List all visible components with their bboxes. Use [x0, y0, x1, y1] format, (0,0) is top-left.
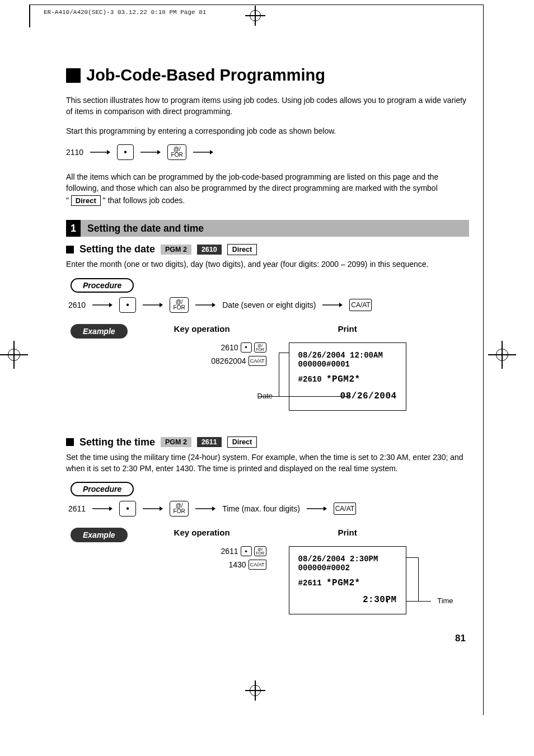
caat-key: CA/AT	[334, 503, 356, 515]
section-title: Setting the date and time	[81, 220, 469, 237]
at-for-key-top: @/	[257, 547, 263, 551]
key-code-text: 2611	[221, 547, 238, 556]
date-procedure-label-row: Procedure	[71, 278, 469, 293]
svg-marker-13	[339, 303, 343, 307]
caat-key: CA/AT	[349, 299, 372, 311]
time-example-row: Example Key operation Print 2611 • @/ FO…	[71, 528, 469, 614]
key-code-text: 08262004	[211, 356, 246, 365]
intro-paragraph-3b-row: " Direct " that follows job codes.	[66, 195, 469, 206]
time-receipt: 08/26/2004 2:30PM 000000#0002 #2611 *PGM…	[289, 546, 406, 614]
receipt-line-2: 000000#0001	[298, 360, 397, 369]
print-header: Print	[266, 324, 429, 334]
registration-mark-left	[0, 341, 28, 369]
time-receipt-block: 08/26/2004 2:30PM 000000#0002 #2611 *PGM…	[289, 546, 406, 614]
arrow-right-icon	[143, 302, 163, 308]
date-example-column-headers: Key operation Print	[138, 324, 469, 334]
time-procedure-label-row: Procedure	[71, 482, 469, 496]
section-number: 1	[66, 220, 81, 237]
svg-marker-11	[212, 303, 216, 307]
svg-marker-1	[107, 150, 110, 154]
intro-paragraph-2: Start this programming by entering a cor…	[66, 125, 469, 137]
at-for-key-bot: FOR	[174, 305, 185, 311]
date-explanation: Enter the month (one or two digits), day…	[66, 259, 469, 270]
intro-paragraph-3a: All the items which can be programmed by…	[66, 171, 469, 194]
receipt-line-3: #2610 *PGM2*	[298, 374, 397, 384]
dot-key: •	[119, 297, 136, 313]
example-pill: Example	[71, 324, 128, 339]
arrow-right-icon	[195, 302, 216, 308]
receipt-pgm2: *PGM2*	[326, 578, 360, 588]
subheading-square-icon	[66, 438, 74, 446]
receipt-line-4: 2:30PM	[298, 595, 397, 605]
chip-code-2610: 2610	[197, 245, 222, 255]
top-key-sequence: 2110 • @/ FOR	[66, 144, 469, 160]
svg-marker-9	[160, 303, 163, 307]
date-receipt: 08/26/2004 12:00AM 000000#0001 #2610 *PG…	[289, 342, 406, 411]
caat-key-small: CA/AT	[249, 356, 266, 366]
dot-key-small: •	[241, 342, 252, 353]
dot-key: •	[119, 501, 136, 516]
at-for-key: @/ FOR	[167, 144, 186, 160]
arrow-right-icon	[193, 149, 213, 155]
at-for-key-small: @/ FOR	[254, 546, 266, 556]
at-for-key-top: @/	[257, 344, 263, 348]
arrow-right-icon	[92, 302, 113, 308]
chip-pgm2: PGM 2	[161, 245, 191, 255]
time-subheading-row: Setting the time PGM 2 2611 Direct	[66, 436, 469, 448]
direct-label-box: Direct	[71, 195, 101, 206]
key-line-1: 2610 • @/ FOR	[221, 342, 266, 353]
key-code-text: 2610	[221, 343, 238, 352]
key-line-2: 1430 CA/AT	[228, 560, 266, 570]
dot-key: •	[117, 144, 134, 160]
arrow-right-icon	[322, 302, 343, 308]
main-title-row: Job-Code-Based Programming	[66, 66, 469, 84]
seq-code: 2611	[68, 504, 86, 513]
time-explanation: Set the time using the military time (24…	[66, 452, 469, 475]
at-for-key-bot: FOR	[256, 348, 264, 351]
key-line-1: 2611 • @/ FOR	[221, 546, 266, 556]
key-code-text: 1430	[228, 560, 246, 569]
chip-pgm2: PGM 2	[161, 437, 191, 447]
time-key-operations: 2611 • @/ FOR 1430 CA/AT	[138, 546, 266, 570]
intro-paragraph-3b: " that follows job codes.	[103, 196, 185, 205]
example-pill: Example	[71, 528, 128, 542]
at-for-key: @/ FOR	[170, 297, 189, 313]
key-line-2: 08262004 CA/AT	[211, 356, 266, 366]
receipt-pgm2: *PGM2*	[326, 374, 360, 384]
time-example-column-headers: Key operation Print	[138, 528, 469, 537]
procedure-pill: Procedure	[71, 482, 134, 496]
date-key-operations: 2610 • @/ FOR 08262004 CA/AT	[138, 342, 266, 366]
svg-marker-19	[212, 506, 216, 511]
section-1-bar: 1 Setting the date and time	[66, 220, 469, 237]
at-for-key-bot: FOR	[171, 152, 183, 158]
page-content: Job-Code-Based Programming This section …	[66, 66, 469, 618]
receipt-line-3: #2611 *PGM2*	[298, 578, 397, 588]
at-for-key-bot: FOR	[174, 509, 185, 514]
registration-mark-right	[488, 341, 516, 369]
date-procedure-sequence: 2610 • @/ FOR Date (seven or eight digit…	[68, 297, 469, 313]
title-square-icon	[66, 68, 81, 83]
registration-mark-bottom	[245, 680, 265, 701]
time-callout-label: Time	[437, 597, 453, 605]
at-for-key: @/ FOR	[170, 501, 189, 516]
arrow-right-icon	[307, 506, 327, 511]
receipt-jobcode: #2610	[298, 375, 326, 384]
arrow-right-icon	[140, 149, 161, 155]
page-title: Job-Code-Based Programming	[86, 66, 325, 84]
date-example-row: Example Key operation Print 2610 • @/ FO…	[71, 324, 469, 411]
date-receipt-block: 08/26/2004 12:00AM 000000#0001 #2610 *PG…	[289, 342, 406, 411]
svg-marker-3	[157, 150, 161, 154]
arrow-right-icon	[92, 506, 113, 511]
svg-marker-5	[210, 150, 213, 154]
arrow-right-icon	[195, 506, 216, 511]
receipt-jobcode: #2611	[298, 579, 326, 588]
chip-direct: Direct	[227, 244, 257, 255]
dot-key-small: •	[241, 546, 252, 556]
at-for-key-small: @/ FOR	[254, 342, 266, 353]
chip-code-2611: 2611	[197, 437, 222, 447]
receipt-line-2: 000000#0002	[298, 564, 397, 572]
time-procedure-sequence: 2611 • @/ FOR Time (max. four digits) CA…	[68, 501, 469, 516]
intro-paragraph-1: This section illustrates how to program …	[66, 95, 469, 118]
time-subheading: Setting the time	[79, 436, 155, 448]
seq-mid-text: Time (max. four digits)	[222, 504, 300, 513]
